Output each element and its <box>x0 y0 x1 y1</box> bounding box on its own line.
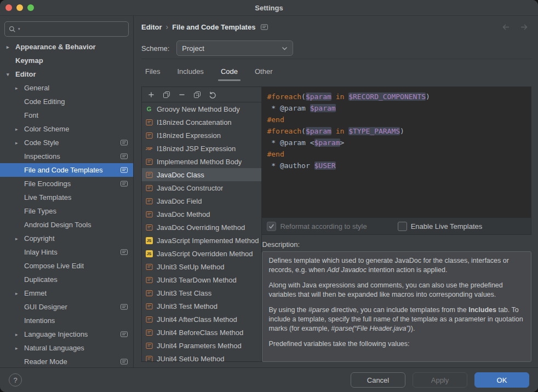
template-file-icon <box>145 184 153 192</box>
search-input[interactable] <box>22 25 124 34</box>
sidebar-item-android-design-tools[interactable]: Android Design Tools <box>0 218 133 232</box>
sidebar-item-intentions[interactable]: Intentions <box>0 314 133 327</box>
sidebar-item-appearance-behavior[interactable]: ▸Appearance & Behavior <box>0 40 133 54</box>
reformat-checkbox[interactable]: Reformat according to style <box>267 222 367 231</box>
monitor-icon <box>121 140 128 146</box>
sidebar-item-file-and-code-templates[interactable]: File and Code Templates <box>0 163 133 177</box>
chevron-down-icon <box>282 47 288 50</box>
template-item-javadoc-method[interactable]: JavaDoc Method <box>142 207 261 221</box>
checkbox-checked-icon <box>267 222 276 231</box>
template-item-i18nized-jsp-expression[interactable]: JSPI18nized JSP Expression <box>142 142 261 155</box>
apply-button[interactable]: Apply <box>413 372 467 388</box>
zoom-button[interactable] <box>27 4 34 11</box>
sidebar-item-code-style[interactable]: ▸Code Style <box>0 136 133 149</box>
close-button[interactable] <box>5 4 12 11</box>
sidebar-item-general[interactable]: ▸General <box>0 81 133 95</box>
template-item-junit4-parameters-method[interactable]: JUnit4 Parameters Method <box>142 339 261 352</box>
template-item-implemented-method-body[interactable]: Implemented Method Body <box>142 155 261 168</box>
sidebar-item-reader-mode[interactable]: Reader Mode <box>0 355 133 367</box>
template-item-javascript-implemented-method[interactable]: JSJavaScript Implemented Method <box>142 234 261 247</box>
forward-icon[interactable] <box>520 24 528 31</box>
sidebar-item-duplicates[interactable]: Duplicates <box>0 273 133 286</box>
tab-files[interactable]: Files <box>144 62 161 81</box>
settings-window: Settings ▾ ▸Appearance & BehaviorKeymap▾… <box>0 0 538 392</box>
template-item-junit3-teardown-method[interactable]: JUnit3 TearDown Method <box>142 273 261 286</box>
template-item-label: I18nized Expression <box>157 131 221 140</box>
sidebar-item-label: GUI Designer <box>24 303 67 311</box>
sidebar-item-file-types[interactable]: File Types <box>0 204 133 218</box>
description-box[interactable]: Defines template which used to generate … <box>262 251 531 362</box>
sidebar-item-editor[interactable]: ▾Editor <box>0 67 133 81</box>
sidebar-item-label: Inlay Hints <box>24 248 58 256</box>
sidebar-item-label: Copyright <box>24 234 55 243</box>
template-file-icon <box>145 315 153 324</box>
tab-code[interactable]: Code <box>220 62 239 81</box>
template-detail-pane: #foreach($param in $RECORD_COMPONENTS) *… <box>262 87 531 362</box>
template-file-icon <box>145 131 153 140</box>
copy-icon[interactable] <box>163 91 170 99</box>
back-icon[interactable] <box>502 24 510 31</box>
chevron-right-icon[interactable]: ▸ <box>15 85 24 91</box>
chevron-right-icon[interactable]: ▸ <box>15 236 24 241</box>
search-options-chevron-icon[interactable]: ▾ <box>18 27 20 31</box>
sidebar-item-gui-designer[interactable]: GUI Designer <box>0 300 133 314</box>
sidebar-item-emmet[interactable]: ▸Emmet <box>0 286 133 300</box>
add-icon[interactable] <box>147 91 155 99</box>
undo-icon[interactable] <box>209 91 216 99</box>
scheme-select[interactable]: Project <box>176 41 293 56</box>
breadcrumb-editor[interactable]: Editor <box>141 23 162 31</box>
template-item-javadoc-constructor[interactable]: JavaDoc Constructor <box>142 181 261 194</box>
template-file-icon <box>145 118 153 126</box>
template-item-i18nized-concatenation[interactable]: I18nized Concatenation <box>142 116 261 129</box>
sidebar-item-color-scheme[interactable]: ▸Color Scheme <box>0 122 133 136</box>
chevron-right-icon[interactable]: ▸ <box>15 140 24 146</box>
chevron-right-icon[interactable]: ▸ <box>15 291 24 296</box>
chevron-right-icon[interactable]: ▸ <box>15 345 24 351</box>
template-item-junit3-test-method[interactable]: JUnit3 Test Method <box>142 299 261 313</box>
sidebar-item-keymap[interactable]: Keymap <box>0 54 133 67</box>
sidebar-item-inspections[interactable]: Inspections <box>0 149 133 163</box>
help-button[interactable]: ? <box>9 373 22 387</box>
search-field[interactable]: ▾ <box>4 21 129 37</box>
main-area: ▾ ▸Appearance & BehaviorKeymap▾Editor▸Ge… <box>0 16 538 367</box>
sidebar-item-font[interactable]: Font <box>0 108 133 122</box>
sidebar-item-language-injections[interactable]: ▸Language Injections <box>0 327 133 341</box>
ok-button[interactable]: OK <box>474 372 529 388</box>
template-editor[interactable]: #foreach($param in $RECORD_COMPONENTS) *… <box>262 87 531 218</box>
tab-other[interactable]: Other <box>254 62 274 81</box>
chevron-right-icon[interactable]: ▸ <box>15 332 24 337</box>
chevron-down-icon[interactable]: ▾ <box>7 72 15 77</box>
sidebar-item-label: Color Scheme <box>24 125 69 133</box>
template-item-javadoc-class[interactable]: JavaDoc Class <box>142 168 261 181</box>
sidebar-item-label: Live Templates <box>24 193 71 201</box>
sidebar-item-live-templates[interactable]: Live Templates <box>0 191 133 204</box>
code-line: * @param $param <box>267 102 526 114</box>
code-line: * @author $USER <box>267 160 526 171</box>
sidebar-item-label: General <box>24 84 49 92</box>
sidebar-item-inlay-hints[interactable]: Inlay Hints <box>0 245 133 259</box>
template-item-junit3-setup-method[interactable]: JUnit3 SetUp Method <box>142 260 261 273</box>
template-item-javascript-overridden-method[interactable]: JSJavaScript Overridden Method <box>142 247 261 260</box>
template-item-junit3-test-class[interactable]: JUnit3 Test Class <box>142 286 261 299</box>
cancel-button[interactable]: Cancel <box>351 372 405 388</box>
template-item-javadoc-overriding-method[interactable]: JavaDoc Overriding Method <box>142 221 261 234</box>
sidebar-item-compose-live-edit[interactable]: Compose Live Edit <box>0 259 133 273</box>
chevron-right-icon[interactable]: ▸ <box>15 126 24 132</box>
template-item-junit4-afterclass-method[interactable]: JUnit4 AfterClass Method <box>142 313 261 326</box>
template-item-groovy-new-method-body[interactable]: GGroovy New Method Body <box>142 102 261 116</box>
tab-includes[interactable]: Includes <box>176 62 204 81</box>
sidebar-item-natural-languages[interactable]: ▸Natural Languages <box>0 341 133 355</box>
template-item-junit4-beforeclass-method[interactable]: JUnit4 BeforeClass Method <box>142 326 261 339</box>
template-item-i18nized-expression[interactable]: I18nized Expression <box>142 129 261 142</box>
chevron-right-icon[interactable]: ▸ <box>7 44 15 50</box>
duplicate-icon[interactable] <box>193 91 201 99</box>
sidebar-item-code-editing[interactable]: Code Editing <box>0 95 133 108</box>
sidebar-item-copyright[interactable]: ▸Copyright <box>0 232 133 245</box>
remove-icon[interactable] <box>178 91 186 99</box>
template-item-junit4-setup-method[interactable]: JUnit4 SetUp Method <box>142 352 261 361</box>
sidebar-item-file-encodings[interactable]: File Encodings <box>0 177 133 191</box>
minimize-button[interactable] <box>16 4 23 11</box>
enable-live-templates-checkbox[interactable]: Enable Live Templates <box>398 222 483 231</box>
template-item-javadoc-field[interactable]: JavaDoc Field <box>142 194 261 207</box>
sidebar-item-label: Emmet <box>24 289 47 297</box>
